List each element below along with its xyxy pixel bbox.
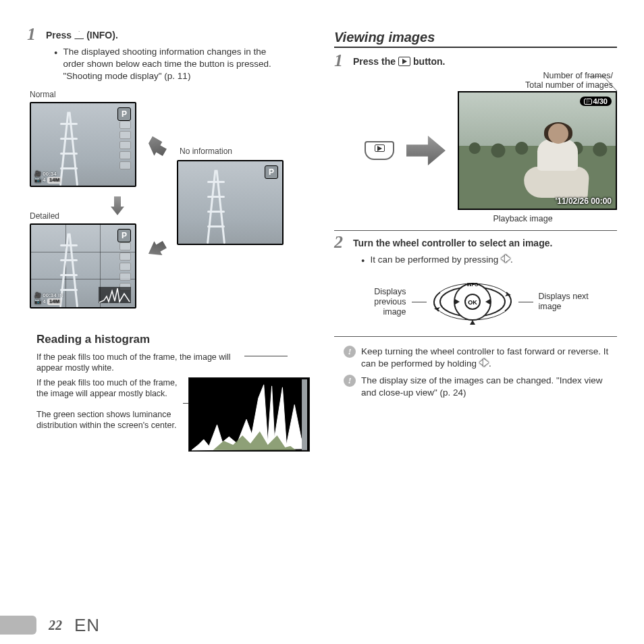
lcd-status: 🎥 00:34 📷 4 14M — [34, 171, 61, 183]
lcd-no-info: P — [177, 160, 284, 245]
section-viewing-images: Viewing images — [334, 30, 617, 48]
playback-icon — [375, 144, 385, 152]
arrow-down-icon — [111, 196, 124, 215]
step-2-title: Turn the wheel controller to select an i… — [353, 238, 617, 248]
info-label: INFO — [466, 282, 478, 287]
page-number: 22 — [49, 618, 62, 633]
lcd-normal: P 🎥 00:34 📷 4 14M — [30, 102, 136, 187]
step-number: 1 — [27, 24, 36, 45]
leader-line — [412, 302, 427, 302]
text: Press the — [353, 56, 396, 67]
leader-line — [587, 75, 620, 95]
mode-p-badge: P — [265, 165, 278, 179]
step-1-title: Press (INFO). — [46, 30, 310, 41]
wheel-controller-figure: Displays previous image OK INFO Displays… — [334, 275, 617, 328]
step-1-bullet: The displayed shooting information chang… — [27, 43, 284, 87]
divider — [334, 230, 617, 231]
note-text: The display size of the images can be ch… — [361, 375, 617, 399]
label-detailed: Detailed — [30, 211, 59, 221]
wheel-controller-icon: OK INFO — [432, 275, 513, 328]
shooting-icons — [119, 242, 131, 291]
shooting-icons — [119, 121, 131, 169]
playback-caption: Playback image — [429, 214, 617, 223]
label-prev-image: Displays previous image — [352, 287, 406, 317]
step-1-left: 1 Press (INFO). — [27, 30, 310, 41]
info-triangle-icon — [74, 31, 84, 39]
step-2-bullet: It can be performed by pressing . — [334, 251, 591, 270]
divider — [334, 336, 617, 337]
counter-value: 4/30 — [593, 97, 608, 105]
play-button-chip — [365, 141, 394, 160]
step-1-right: 1 Press the button. — [334, 56, 617, 67]
histogram-note-green: The green section shows luminance distri… — [36, 409, 179, 431]
note-fast-forward: ! Keep turning the wheel controller to f… — [334, 344, 617, 372]
text: Press — [46, 30, 72, 41]
label-no-information: No information — [180, 146, 232, 156]
svg-rect-0 — [302, 379, 307, 450]
lcd-detailed: P 🎥 00:34 IN 📷 4 14M — [30, 223, 136, 308]
ok-label: OK — [468, 299, 477, 306]
playback-icon — [584, 99, 592, 105]
histogram-graphic — [188, 377, 310, 452]
step-2-right: 2 Turn the wheel controller to select an… — [334, 238, 617, 248]
caution-icon: ! — [344, 375, 356, 387]
text: (INFO). — [86, 30, 118, 41]
label-next-image: Displays next image — [539, 292, 599, 312]
left-right-arrow-icon — [501, 254, 510, 263]
bullet-dot-icon — [54, 46, 57, 83]
mode-p-badge: P — [117, 107, 131, 121]
leader-line — [244, 356, 288, 356]
step-number: 1 — [334, 51, 343, 71]
playback-lcd: 4/30 '11/02/26 00:00 — [458, 91, 617, 210]
press-play-figure: 4/30 '11/02/26 00:00 — [334, 91, 617, 210]
mini-histogram-icon — [99, 287, 131, 303]
playback-icon — [398, 57, 410, 66]
woman-reading-graphic — [527, 124, 586, 198]
photo-timestamp: '11/02/26 00:00 — [555, 196, 612, 206]
leader-line — [518, 302, 533, 302]
page-footer: 22 EN — [0, 606, 644, 644]
ladder-graphic — [201, 169, 231, 244]
bullet-text: The displayed shooting information chang… — [63, 46, 284, 83]
frame-counter-badge: 4/30 — [580, 97, 612, 106]
histogram-heading: Reading a histogram — [36, 333, 310, 346]
histogram-figure: If the peak fills too much of the frame,… — [36, 377, 310, 452]
histogram-note-black: If the peak fills too much of the frame,… — [36, 377, 179, 400]
arrow-right-icon — [406, 136, 446, 165]
lcd-status: 🎥 00:34 IN 📷 4 14M — [34, 292, 63, 304]
note-display-size: ! The display size of the images can be … — [334, 373, 617, 401]
text: button. — [413, 56, 445, 67]
arrow-icon — [144, 136, 169, 159]
histogram-note-white: If the peak fills too much of the frame,… — [36, 352, 239, 374]
caution-icon: ! — [344, 346, 356, 358]
frames-count-label: Number of frames/ Total number of images — [334, 71, 613, 90]
note-text: . — [489, 358, 491, 369]
mode-p-badge: P — [117, 229, 131, 242]
display-cycle-diagram: Normal P 🎥 00:34 📷 4 14M No information — [27, 91, 310, 321]
step-1-title: Press the button. — [353, 56, 617, 67]
label-normal: Normal — [30, 90, 56, 99]
thumb-tab — [0, 616, 36, 635]
language-code: EN — [74, 615, 100, 636]
bullet-dot-icon — [361, 254, 365, 266]
step-number: 2 — [334, 232, 343, 252]
arrow-icon — [144, 237, 169, 261]
left-right-arrow-icon — [479, 358, 489, 367]
bullet-text: It can be performed by pressing . — [370, 254, 512, 266]
